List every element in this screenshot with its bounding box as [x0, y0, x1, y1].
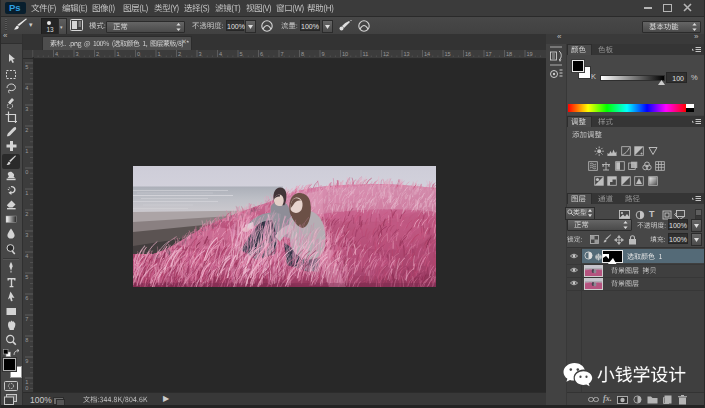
svg-text:3: 3: [199, 51, 202, 57]
svg-text:4: 4: [219, 51, 222, 57]
svg-text:14: 14: [424, 51, 430, 57]
svg-text:9: 9: [25, 358, 28, 364]
svg-text:1: 1: [158, 51, 161, 57]
svg-text:7: 7: [281, 51, 284, 57]
svg-text:0: 0: [25, 385, 28, 391]
svg-text:0: 0: [25, 169, 28, 175]
svg-text:2: 2: [96, 51, 99, 57]
svg-text:8: 8: [25, 337, 28, 343]
svg-text:1: 1: [117, 51, 120, 57]
svg-text:16: 16: [465, 51, 471, 57]
svg-text:3: 3: [25, 106, 28, 112]
svg-text:12: 12: [383, 51, 389, 57]
svg-text:1: 1: [25, 148, 28, 154]
svg-text:11: 11: [363, 51, 369, 57]
svg-text:4: 4: [55, 51, 58, 57]
svg-text:18: 18: [506, 51, 512, 57]
svg-text:15: 15: [445, 51, 451, 57]
svg-text:4: 4: [25, 85, 28, 91]
svg-text:9: 9: [322, 51, 325, 57]
svg-text:7: 7: [25, 316, 28, 322]
svg-text:19: 19: [527, 51, 533, 57]
svg-text:8: 8: [301, 51, 304, 57]
svg-text:3: 3: [25, 232, 28, 238]
svg-text:10: 10: [342, 51, 348, 57]
svg-text:4: 4: [25, 253, 28, 259]
svg-text:0: 0: [137, 51, 140, 57]
svg-text:6: 6: [25, 295, 28, 301]
svg-text:5: 5: [25, 274, 28, 280]
svg-text:5: 5: [240, 51, 243, 57]
svg-text:13: 13: [404, 51, 410, 57]
svg-text:17: 17: [486, 51, 492, 57]
svg-text:1: 1: [25, 190, 28, 196]
svg-text:5: 5: [25, 64, 28, 70]
svg-text:2: 2: [178, 51, 181, 57]
svg-text:3: 3: [76, 51, 79, 57]
svg-text:2: 2: [25, 211, 28, 217]
svg-text:6: 6: [260, 51, 263, 57]
svg-text:2: 2: [25, 127, 28, 133]
